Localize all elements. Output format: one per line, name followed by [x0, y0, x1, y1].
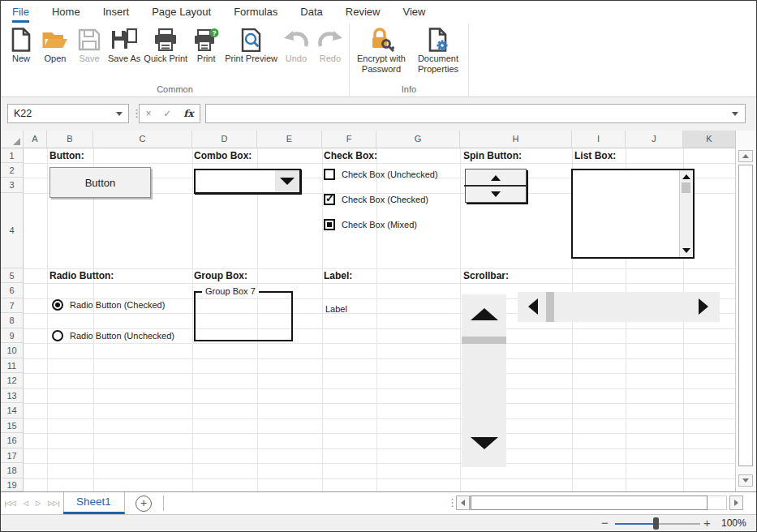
spin-down-button[interactable] — [466, 186, 526, 202]
radio-checked[interactable]: Radio Button (Checked) — [52, 299, 165, 311]
listbox-scrollbar[interactable] — [679, 170, 693, 257]
spin-up-button[interactable] — [466, 169, 526, 186]
listbox-scrollbar-thumb[interactable] — [682, 182, 690, 193]
column-header-b[interactable]: B — [47, 131, 93, 148]
next-sheet-button[interactable]: ▷ — [36, 500, 41, 507]
save-button[interactable]: Save — [72, 25, 106, 65]
formula-input[interactable] — [205, 104, 746, 123]
open-button[interactable]: Open — [38, 25, 72, 65]
column-header-c[interactable]: C — [93, 131, 192, 148]
add-sheet-button[interactable]: + — [135, 496, 152, 512]
zoom-level[interactable]: 100% — [721, 517, 746, 529]
previous-sheet-button[interactable]: ◁ — [24, 500, 28, 507]
row-header-7[interactable]: 7 — [1, 298, 24, 313]
scroll-up-icon[interactable] — [682, 174, 690, 179]
encrypt-with-password-button[interactable]: Encrypt with Password — [353, 25, 410, 75]
row-header-19[interactable]: 19 — [1, 478, 24, 491]
menu-insert[interactable]: Insert — [92, 2, 141, 23]
vertical-scrollbar-thumb[interactable] — [462, 337, 506, 344]
column-header-j[interactable]: J — [626, 131, 683, 148]
name-box-dropdown-icon[interactable] — [116, 112, 123, 116]
menu-home[interactable]: Home — [41, 2, 92, 23]
zoom-slider-track-filled[interactable] — [615, 523, 656, 525]
cancel-entry-button[interactable]: × — [145, 108, 151, 119]
worksheet-scroll-right-button[interactable] — [729, 496, 743, 510]
row-header-4[interactable]: 4 — [1, 193, 24, 268]
combo-dropdown-button[interactable] — [275, 170, 299, 192]
save-as-button[interactable]: Save As — [106, 25, 142, 65]
row-header-11[interactable]: 11 — [1, 358, 24, 373]
print-button[interactable]: ? Print — [189, 25, 223, 65]
horizontal-scrollbar-thumb[interactable] — [546, 292, 554, 322]
row-header-5[interactable]: 5 — [1, 268, 24, 283]
formula-expand-icon[interactable] — [732, 112, 738, 116]
column-header-f[interactable]: F — [322, 131, 376, 148]
column-header-e[interactable]: E — [257, 131, 322, 148]
row-header-8[interactable]: 8 — [1, 313, 24, 328]
print-preview-button[interactable]: Print Preview — [223, 25, 279, 65]
new-button[interactable]: New — [4, 25, 38, 65]
redo-button[interactable]: Redo — [313, 25, 347, 65]
menu-view[interactable]: View — [391, 2, 437, 23]
row-header-3[interactable]: 3 — [1, 178, 24, 193]
row-header-17[interactable]: 17 — [1, 448, 24, 463]
first-sheet-button[interactable]: |◁◁ — [4, 500, 15, 507]
sheet-tab-sheet1[interactable]: Sheet1 — [63, 492, 125, 514]
column-header-k[interactable]: K — [683, 131, 736, 148]
menu-review[interactable]: Review — [334, 2, 392, 23]
scrollbar-right-arrow-icon[interactable] — [699, 298, 708, 315]
undo-button[interactable]: Undo — [279, 25, 313, 65]
document-properties-button[interactable]: Document Properties — [410, 25, 467, 75]
column-header-h[interactable]: H — [460, 131, 572, 148]
scrollbar-left-arrow-icon[interactable] — [528, 298, 538, 315]
select-all-corner[interactable] — [1, 131, 24, 148]
row-header-13[interactable]: 13 — [1, 388, 24, 403]
row-header-10[interactable]: 10 — [1, 343, 24, 358]
worksheet-vertical-scrollbar[interactable] — [735, 131, 756, 491]
row-header-9[interactable]: 9 — [1, 328, 24, 343]
zoom-slider-track[interactable] — [656, 523, 700, 525]
zoom-out-button[interactable]: − — [601, 516, 609, 530]
worksheet-vscroll-thumb[interactable] — [738, 165, 753, 466]
worksheet-hscroll-thumb[interactable] — [471, 496, 708, 510]
worksheet-scroll-down-button[interactable] — [738, 474, 753, 487]
row-header-6[interactable]: 6 — [1, 283, 24, 298]
last-sheet-button[interactable]: ▷▷| — [48, 500, 59, 507]
row-header-12[interactable]: 12 — [1, 373, 24, 388]
name-box[interactable]: K22 — [7, 104, 129, 123]
row-header-18[interactable]: 18 — [1, 463, 24, 478]
radio-unchecked[interactable]: Radio Button (Unchecked) — [52, 330, 174, 341]
checkbox-checked[interactable]: Check Box (Checked) — [324, 194, 428, 205]
insert-function-button[interactable]: fx — [183, 108, 193, 119]
checkbox-unchecked[interactable]: Check Box (Unchecked) — [324, 169, 438, 180]
worksheet[interactable]: ABCDEFGHIJK 1234567891011121314151617181… — [1, 131, 756, 491]
menu-formulas[interactable]: Formulas — [222, 2, 289, 23]
menu-data[interactable]: Data — [289, 2, 333, 23]
menu-file[interactable]: File — [1, 2, 41, 23]
worksheet-scroll-up-button[interactable] — [738, 150, 753, 162]
scrollbar-down-arrow-icon[interactable] — [471, 437, 498, 449]
zoom-slider-thumb[interactable] — [653, 517, 659, 530]
quick-print-button[interactable]: Quick Print — [142, 25, 189, 65]
confirm-entry-button[interactable]: ✓ — [163, 108, 171, 119]
demo-button[interactable]: Button — [49, 167, 151, 198]
column-header-i[interactable]: I — [572, 131, 626, 148]
demo-vertical-scrollbar[interactable] — [462, 294, 506, 467]
row-header-14[interactable]: 14 — [1, 403, 24, 418]
demo-horizontal-scrollbar[interactable] — [518, 292, 720, 322]
column-header-g[interactable]: G — [376, 131, 460, 148]
checkbox-mixed[interactable]: Check Box (Mixed) — [324, 219, 417, 230]
row-header-2[interactable]: 2 — [1, 163, 24, 178]
worksheet-scroll-left-button[interactable] — [456, 496, 470, 510]
menu-page-layout[interactable]: Page Layout — [140, 2, 222, 23]
row-header-1[interactable]: 1 — [1, 148, 24, 163]
scroll-down-icon[interactable] — [682, 248, 690, 253]
demo-list-box[interactable] — [571, 169, 695, 259]
zoom-in-button[interactable]: + — [703, 516, 711, 530]
column-header-d[interactable]: D — [192, 131, 257, 148]
row-header-16[interactable]: 16 — [1, 433, 24, 448]
column-header-a[interactable]: A — [24, 131, 47, 148]
scrollbar-up-arrow-icon[interactable] — [471, 308, 498, 320]
row-header-15[interactable]: 15 — [1, 418, 24, 433]
demo-combo-box[interactable] — [194, 169, 301, 194]
